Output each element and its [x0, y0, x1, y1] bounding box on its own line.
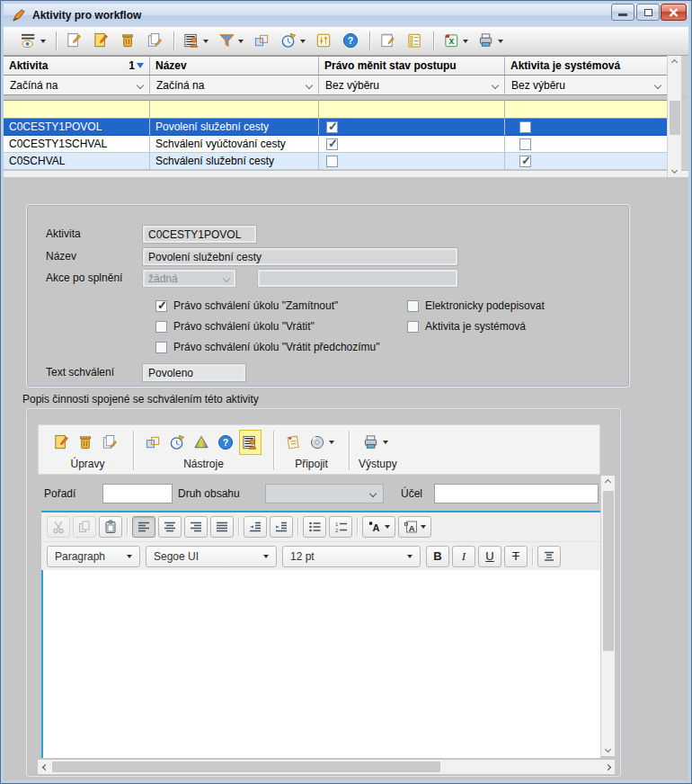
- grid-row-2[interactable]: C0CESTY1SCHVAL Schválení vyúčtování cest…: [4, 136, 688, 153]
- highlight-color-button[interactable]: A: [398, 516, 431, 538]
- attach-media-button[interactable]: [307, 431, 336, 454]
- analysis-button[interactable]: [191, 431, 212, 454]
- grid-vertical-scrollbar[interactable]: [667, 56, 681, 177]
- copy-text-button[interactable]: [73, 516, 96, 538]
- strikethrough-button[interactable]: T: [504, 546, 528, 567]
- new-record-button[interactable]: [63, 30, 85, 53]
- poradi-field[interactable]: [102, 484, 173, 503]
- scroll-up-arrow[interactable]: [601, 476, 615, 489]
- zamitnout-checkbox[interactable]: [155, 300, 167, 312]
- ucel-field[interactable]: [434, 484, 599, 503]
- scrollbar-thumb[interactable]: [670, 101, 680, 135]
- aktivita-je-systemova-checkbox[interactable]: [407, 321, 419, 333]
- checkbox-pravo-menit[interactable]: [326, 121, 338, 133]
- akce-po-splneni-dropdown[interactable]: žádná: [142, 269, 236, 288]
- notes-button[interactable]: [377, 30, 399, 53]
- checkbox-je-systemova[interactable]: [519, 121, 531, 133]
- scroll-up-arrow[interactable]: [668, 56, 681, 69]
- numbered-list-button[interactable]: 1 2: [329, 516, 352, 538]
- elektronicky-podepisovat-checkbox[interactable]: [407, 300, 419, 312]
- help-item-button[interactable]: ?: [216, 431, 236, 454]
- copy-record-button[interactable]: [144, 30, 166, 53]
- tasks-button[interactable]: [404, 30, 426, 53]
- aktivita-field[interactable]: C0CESTY1POVOL: [142, 225, 257, 244]
- nazev-field[interactable]: Povolení služební cesty: [142, 247, 458, 266]
- indent-button[interactable]: [270, 516, 293, 538]
- paragraph-style-dropdown[interactable]: Paragraph: [47, 546, 140, 567]
- filter-dropdown-aktivita[interactable]: Začíná na: [4, 76, 150, 95]
- column-header-pravo[interactable]: Právo měnit stav postupu: [319, 56, 505, 76]
- title-bar[interactable]: Aktivity pro workflow: [4, 4, 688, 27]
- checkbox-je-systemova[interactable]: [519, 156, 531, 167]
- vratit-predchozimu-checkbox[interactable]: [155, 342, 167, 353]
- edit-record-button[interactable]: [90, 30, 112, 53]
- checkbox-je-systemova[interactable]: [519, 138, 531, 150]
- druh-obsahu-dropdown[interactable]: [265, 484, 384, 503]
- column-header-systemova[interactable]: Aktivita je systémová: [505, 56, 667, 76]
- attach-note-button[interactable]: [283, 431, 304, 454]
- close-button[interactable]: [661, 4, 687, 21]
- history-button[interactable]: [278, 30, 308, 53]
- line-spacing-button[interactable]: [537, 546, 561, 567]
- cut-button[interactable]: [47, 516, 70, 538]
- font-color-button[interactable]: A: [362, 516, 395, 538]
- outdent-button[interactable]: [244, 516, 267, 538]
- grid-new-row[interactable]: [4, 100, 688, 119]
- font-size-dropdown[interactable]: 12 pt: [282, 546, 421, 567]
- checkbox-pravo-menit[interactable]: [326, 156, 338, 167]
- view-options-button[interactable]: [18, 30, 49, 53]
- text-schvaleni-field[interactable]: Povoleno: [142, 363, 246, 382]
- scroll-down-arrow[interactable]: [668, 164, 681, 177]
- italic-button[interactable]: I: [452, 546, 475, 567]
- bold-button[interactable]: B: [426, 546, 449, 567]
- records-list-button[interactable]: [240, 431, 261, 454]
- filter-button[interactable]: [216, 30, 246, 53]
- scrollbar-thumb[interactable]: [603, 491, 614, 651]
- vratit-checkbox[interactable]: [155, 321, 167, 333]
- help-button[interactable]: ?: [340, 30, 362, 53]
- align-right-button[interactable]: [184, 516, 208, 538]
- align-justify-button[interactable]: [210, 516, 234, 538]
- restore-button[interactable]: [636, 4, 660, 21]
- history-item-button[interactable]: [167, 431, 188, 454]
- align-left-button[interactable]: [132, 516, 155, 538]
- rtf-editor-area[interactable]: [41, 570, 600, 758]
- scrollbar-thumb[interactable]: [52, 762, 440, 772]
- checkbox-row-vratit-predchozimu[interactable]: Právo schválení úkolu "Vrátit předchozím…: [149, 341, 380, 353]
- checkbox-row-podepisovat[interactable]: Elektronicky podepisovat: [401, 299, 545, 312]
- records-view-button[interactable]: [181, 30, 211, 53]
- filter-dropdown-pravo[interactable]: Bez výběru: [319, 76, 505, 95]
- filter-dropdown-nazev[interactable]: Začíná na: [150, 76, 319, 95]
- column-header-nazev[interactable]: Název: [150, 56, 319, 76]
- delete-item-button[interactable]: [75, 431, 96, 454]
- grid-row-3[interactable]: C0SCHVAL Schválení služební cesty: [4, 153, 688, 170]
- align-center-button[interactable]: [158, 516, 182, 538]
- column-header-aktivita[interactable]: Aktivita 1: [4, 56, 150, 76]
- checkbox-row-je-systemova[interactable]: Aktivita je systémová: [401, 320, 526, 333]
- print-button[interactable]: [475, 30, 506, 53]
- checkbox-row-zamitnout[interactable]: Právo schválení úkolu "Zamítnout": [149, 299, 338, 312]
- delete-record-button[interactable]: [117, 30, 139, 53]
- grid-row-1[interactable]: C0CESTY1POVOL Povolení služební cesty: [4, 119, 688, 136]
- underline-button[interactable]: U: [478, 546, 501, 567]
- checkbox-row-vratit[interactable]: Právo schválení úkolu "Vrátit": [149, 320, 315, 333]
- font-name-dropdown[interactable]: Segoe UI: [146, 546, 277, 567]
- checkbox-pravo-menit[interactable]: [326, 138, 338, 150]
- popis-horizontal-scrollbar[interactable]: [38, 760, 615, 774]
- copy-item-button[interactable]: [100, 431, 120, 454]
- akce-po-splneni-param-field[interactable]: [257, 269, 458, 288]
- scroll-right-arrow[interactable]: [600, 765, 615, 770]
- edit-item-button[interactable]: [51, 431, 72, 454]
- related-records-button[interactable]: [251, 30, 273, 53]
- popis-vertical-scrollbar[interactable]: [600, 476, 615, 756]
- minimize-button[interactable]: [611, 4, 634, 21]
- paste-button[interactable]: [99, 516, 122, 538]
- related-button[interactable]: [143, 431, 164, 454]
- filter-dropdown-systemova[interactable]: Bez výběru: [505, 76, 667, 95]
- scroll-left-arrow[interactable]: [38, 765, 52, 770]
- scroll-down-arrow[interactable]: [601, 743, 615, 756]
- export-excel-button[interactable]: x: [440, 30, 471, 53]
- bullet-list-button[interactable]: [303, 516, 326, 538]
- settings-button[interactable]: [313, 30, 335, 53]
- print-item-button[interactable]: [361, 431, 390, 454]
